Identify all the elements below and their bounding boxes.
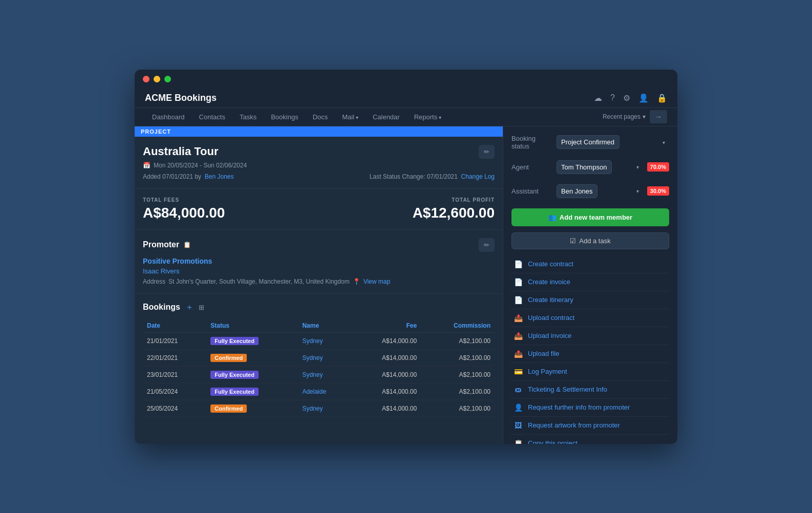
log-payment-icon: 💳 [514,368,523,376]
booking-city[interactable]: Adelaide [298,383,350,400]
total-profit: TOTAL PROFIT A$12,600.00 [413,197,495,221]
nav-right: Recent pages ▾ → [603,110,667,123]
booking-commission: A$2,100.00 [421,349,495,366]
booking-date: 22/01/2021 [143,349,206,366]
nav-contacts[interactable]: Contacts [192,108,232,126]
booking-fee: A$14,000.00 [351,383,421,400]
nav-bookings[interactable]: Bookings [264,108,305,126]
nav-mail[interactable]: Mail [335,108,366,126]
nav-tasks[interactable]: Tasks [232,108,264,126]
cloud-icon[interactable]: ☁ [594,93,602,103]
project-header: Australia Tour ✏ 📅 Mon 20/05/2024 - Sun … [135,137,503,189]
lock-icon[interactable]: 🔒 [657,93,667,103]
action-create-invoice[interactable]: 📄 Create invoice [511,273,669,291]
booking-fee: A$14,000.00 [351,400,421,417]
promoter-section: Promoter 📋 ✏ Positive Promotions Isaac R… [135,230,503,294]
nav-dashboard[interactable]: Dashboard [145,108,192,126]
left-panel: PROJECT Australia Tour ✏ 📅 Mon 20/05/202… [135,126,503,444]
add-team-icon: 👥 [548,213,557,221]
total-fees: TOTAL FEES A$84,000.00 [143,197,225,221]
create-invoice-icon: 📄 [514,278,523,286]
nav-docs[interactable]: Docs [306,108,335,126]
upload-contract-icon: 📤 [514,314,523,322]
project-meta: Added 07/01/2021 by Ben Jones Last Statu… [143,173,495,180]
recent-pages-button[interactable]: Recent pages ▾ [603,113,646,120]
create-itinerary-icon: 📄 [514,296,523,304]
header-icons: ☁ ? ⚙ 👤 🔒 [594,93,667,103]
nav-reports[interactable]: Reports [407,108,448,126]
assistant-select[interactable]: Ben Jones [557,184,597,198]
request-artwork-label: Request artwork from promoter [528,421,620,429]
maximize-button[interactable] [164,76,171,82]
booking-commission: A$2,100.00 [421,366,495,383]
booking-status: Fully Executed [206,383,298,400]
close-button[interactable] [143,76,149,82]
bookings-title: Bookings [143,303,180,312]
action-upload-invoice[interactable]: 📤 Upload invoice [511,327,669,345]
added-by-link[interactable]: Ben Jones [205,173,234,180]
booking-status: Confirmed [206,400,298,417]
task-icon: ☑ [570,237,576,245]
upload-contract-label: Upload contract [528,314,574,322]
minimize-button[interactable] [154,76,160,82]
assistant-row: Assistant Ben Jones 30.0% [511,184,669,198]
agent-select[interactable]: Tom Thompson [557,160,612,174]
booking-status-select[interactable]: Project Confirmed [557,135,619,149]
promoter-address: Address St John's Quarter, South Village… [143,278,495,285]
help-icon[interactable]: ? [610,93,615,102]
table-row: 25/05/2024 Confirmed Sydney A$14,000.00 … [143,400,495,417]
action-create-contract[interactable]: 📄 Create contract [511,255,669,273]
table-row: 21/05/2024 Fully Executed Adelaide A$14,… [143,383,495,400]
project-edit-button[interactable]: ✏ [479,145,495,159]
booking-city[interactable]: Sydney [298,349,350,366]
table-row: 23/01/2021 Fully Executed Sydney A$14,00… [143,366,495,383]
user-icon[interactable]: 👤 [638,93,649,103]
ticketing-settlement-icon: 🎟 [514,386,523,394]
create-contract-label: Create contract [528,260,573,268]
promoter-info-icon: 📋 [183,241,191,248]
view-map-link[interactable]: View map [364,278,390,285]
create-itinerary-label: Create itinerary [528,296,573,304]
nav-items: Dashboard Contacts Tasks Bookings Docs M… [145,108,448,126]
app-title: ACME Bookings [145,93,217,103]
settings-icon[interactable]: ⚙ [623,93,630,103]
booking-city[interactable]: Sydney [298,400,350,417]
grid-view-button[interactable]: ⊞ [199,304,204,311]
col-status: Status [206,319,298,333]
exit-button[interactable]: → [650,110,667,123]
add-task-button[interactable]: ☑ Add a task [511,232,669,249]
change-log-link[interactable]: Change Log [461,173,495,180]
project-label: PROJECT [135,126,503,137]
bookings-section: Bookings ＋ ⊞ Date Status Name Fee Commis… [135,294,503,425]
total-fees-value: A$84,000.00 [143,205,225,221]
project-dates: 📅 Mon 20/05/2024 - Sun 02/06/2024 [143,162,495,169]
booking-city[interactable]: Sydney [298,366,350,383]
assistant-label: Assistant [511,187,552,195]
upload-file-label: Upload file [528,350,559,357]
upload-invoice-icon: 📤 [514,332,523,340]
add-team-member-button[interactable]: 👥 Add new team member [511,208,669,226]
booking-commission: A$2,100.00 [421,383,495,400]
promoter-company[interactable]: Positive Promotions [143,257,495,265]
action-log-payment[interactable]: 💳 Log Payment [511,363,669,381]
action-request-artwork[interactable]: 🖼 Request artwork from promoter [511,417,669,435]
upload-invoice-label: Upload invoice [528,332,571,339]
main-content: PROJECT Australia Tour ✏ 📅 Mon 20/05/202… [135,126,677,444]
booking-date: 23/01/2021 [143,366,206,383]
create-invoice-label: Create invoice [528,278,570,286]
action-upload-file[interactable]: 📤 Upload file [511,345,669,363]
action-ticketing-settlement[interactable]: 🎟 Ticketing & Settlement Info [511,381,669,399]
booking-city[interactable]: Sydney [298,332,350,349]
promoter-contact[interactable]: Isaac Rivers [143,267,495,275]
nav-calendar[interactable]: Calendar [366,108,407,126]
booking-status-label: Booking status [511,135,552,150]
col-commission: Commission [421,319,495,333]
action-request-info[interactable]: 👤 Request further info from promoter [511,399,669,417]
add-booking-button[interactable]: ＋ [185,302,194,313]
promoter-edit-button[interactable]: ✏ [479,238,495,252]
action-create-itinerary[interactable]: 📄 Create itinerary [511,291,669,309]
booking-fee: A$14,000.00 [351,366,421,383]
booking-fee: A$14,000.00 [351,332,421,349]
action-upload-contract[interactable]: 📤 Upload contract [511,309,669,327]
action-copy-project[interactable]: 📋 Copy this project [511,435,669,444]
